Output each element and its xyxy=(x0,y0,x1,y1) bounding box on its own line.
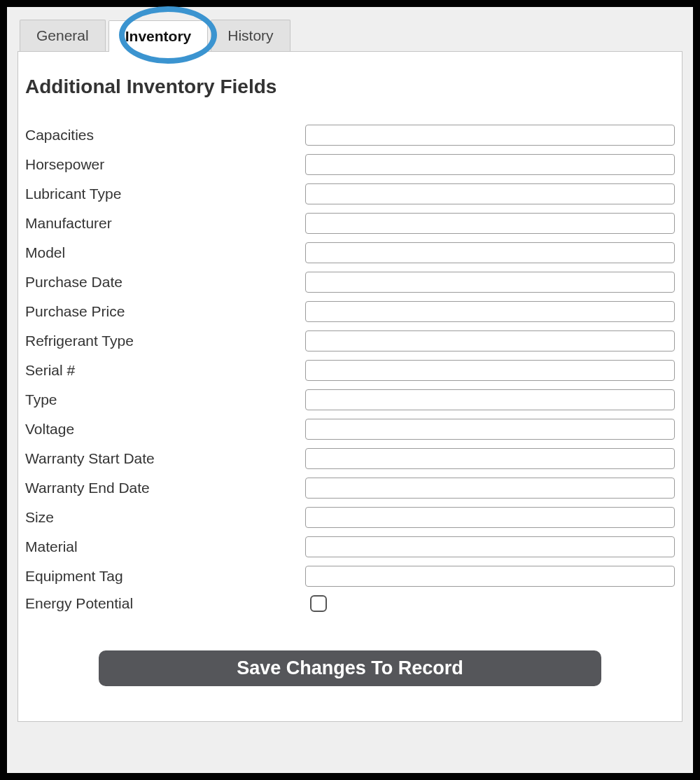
field-size-row: Size xyxy=(25,507,675,528)
field-capacities-row: Capacities xyxy=(25,125,675,146)
field-energy-potential-label: Energy Potential xyxy=(25,595,305,611)
field-warranty-end-label: Warranty End Date xyxy=(25,480,305,496)
field-manufacturer-label: Manufacturer xyxy=(25,215,305,231)
field-purchase-price-input[interactable] xyxy=(305,301,675,322)
tab-history[interactable]: History xyxy=(211,20,290,51)
field-purchase-date-input[interactable] xyxy=(305,272,675,293)
tabbed-panel: General Inventory History Additional Inv… xyxy=(18,20,682,722)
field-size-label: Size xyxy=(25,509,305,525)
field-refrigerant-type-row: Refrigerant Type xyxy=(25,330,675,351)
field-material-row: Material xyxy=(25,536,675,557)
panel-inventory: Additional Inventory Fields Capacities H… xyxy=(18,51,682,722)
field-manufacturer-input[interactable] xyxy=(305,213,675,234)
field-horsepower-row: Horsepower xyxy=(25,154,675,175)
tab-bar: General Inventory History xyxy=(18,20,682,51)
tab-inventory[interactable]: Inventory xyxy=(108,20,209,52)
field-lubricant-type-input[interactable] xyxy=(305,183,675,204)
page-title: Additional Inventory Fields xyxy=(25,76,675,98)
field-voltage-row: Voltage xyxy=(25,419,675,440)
field-material-input[interactable] xyxy=(305,536,675,557)
field-horsepower-label: Horsepower xyxy=(25,156,305,172)
field-equipment-tag-input[interactable] xyxy=(305,566,675,587)
save-button-wrap: Save Changes To Record xyxy=(25,650,675,686)
field-energy-potential-checkbox[interactable] xyxy=(310,595,327,612)
tab-general[interactable]: General xyxy=(20,20,106,51)
field-lubricant-type-label: Lubricant Type xyxy=(25,186,305,202)
field-serial-no-label: Serial # xyxy=(25,362,305,378)
field-warranty-start-input[interactable] xyxy=(305,448,675,469)
field-horsepower-input[interactable] xyxy=(305,154,675,175)
field-warranty-start-label: Warranty Start Date xyxy=(25,450,305,466)
field-model-input[interactable] xyxy=(305,242,675,263)
field-material-label: Material xyxy=(25,538,305,555)
field-serial-no-input[interactable] xyxy=(305,360,675,381)
field-manufacturer-row: Manufacturer xyxy=(25,213,675,234)
field-equipment-tag-label: Equipment Tag xyxy=(25,568,305,584)
field-purchase-date-label: Purchase Date xyxy=(25,274,305,290)
field-size-input[interactable] xyxy=(305,507,675,528)
field-warranty-end-row: Warranty End Date xyxy=(25,478,675,499)
field-type-row: Type xyxy=(25,389,675,410)
save-button[interactable]: Save Changes To Record xyxy=(99,650,601,686)
field-voltage-input[interactable] xyxy=(305,419,675,440)
field-warranty-start-row: Warranty Start Date xyxy=(25,448,675,469)
field-capacities-label: Capacities xyxy=(25,127,305,143)
field-serial-no-row: Serial # xyxy=(25,360,675,381)
field-purchase-price-label: Purchase Price xyxy=(25,303,305,319)
field-lubricant-type-row: Lubricant Type xyxy=(25,183,675,204)
field-voltage-label: Voltage xyxy=(25,421,305,437)
field-warranty-end-input[interactable] xyxy=(305,478,675,499)
field-purchase-price-row: Purchase Price xyxy=(25,301,675,322)
window: General Inventory History Additional Inv… xyxy=(0,0,700,780)
field-energy-potential-row: Energy Potential xyxy=(25,595,675,612)
field-refrigerant-type-input[interactable] xyxy=(305,330,675,351)
field-refrigerant-type-label: Refrigerant Type xyxy=(25,333,305,349)
field-model-label: Model xyxy=(25,244,305,260)
field-capacities-input[interactable] xyxy=(305,125,675,146)
field-purchase-date-row: Purchase Date xyxy=(25,272,675,293)
field-equipment-tag-row: Equipment Tag xyxy=(25,566,675,587)
field-model-row: Model xyxy=(25,242,675,263)
field-type-label: Type xyxy=(25,391,305,408)
field-type-input[interactable] xyxy=(305,389,675,410)
field-energy-potential-wrap xyxy=(305,595,675,612)
